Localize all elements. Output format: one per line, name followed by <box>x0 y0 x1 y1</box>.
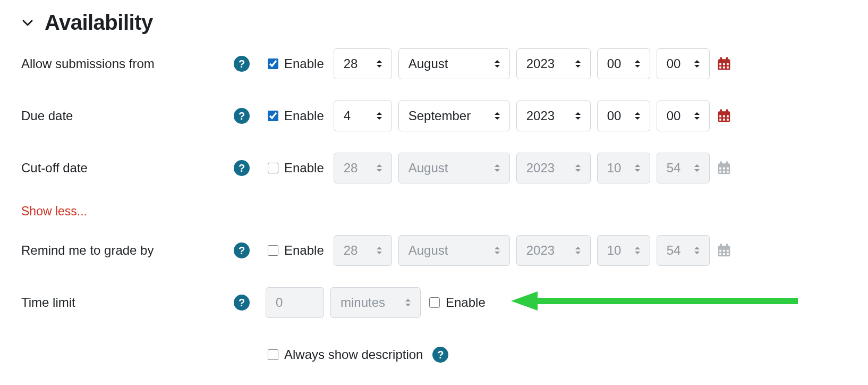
svg-rect-23 <box>723 168 725 170</box>
enable-checkbox-allow[interactable] <box>268 58 278 69</box>
sort-caret-icon <box>635 60 640 68</box>
select-hour-due[interactable]: 00 <box>597 101 650 131</box>
svg-rect-36 <box>727 253 729 255</box>
sort-caret-icon <box>495 246 500 255</box>
select-minute-cutoff: 54 <box>657 153 710 183</box>
help-icon[interactable]: ? <box>432 347 448 363</box>
svg-rect-6 <box>727 63 729 65</box>
row-always-show-description: Always show description ? <box>21 339 847 371</box>
label-allow-submissions: Allow submissions from <box>21 56 155 71</box>
sort-caret-icon <box>377 60 382 68</box>
help-icon[interactable]: ? <box>234 242 250 258</box>
select-month-allow[interactable]: August <box>398 48 510 79</box>
select-value: August <box>409 243 448 258</box>
select-value: 54 <box>667 161 681 175</box>
select-minute-remind: 54 <box>657 235 710 266</box>
svg-rect-34 <box>719 253 721 255</box>
timelimit-value-input: 0 <box>266 287 324 318</box>
select-value: 00 <box>607 56 622 71</box>
help-icon[interactable]: ? <box>234 295 250 311</box>
svg-rect-33 <box>727 250 729 252</box>
svg-rect-22 <box>719 168 721 170</box>
svg-rect-11 <box>720 110 722 113</box>
select-month-due[interactable]: September <box>398 101 510 131</box>
calendar-icon <box>716 160 732 176</box>
svg-rect-24 <box>727 168 729 170</box>
section-title: Availability <box>45 11 153 35</box>
select-value: 00 <box>667 56 681 71</box>
select-value: 00 <box>607 108 622 123</box>
select-hour-allow[interactable]: 00 <box>597 48 650 79</box>
label-remind-grade: Remind me to grade by <box>21 243 154 258</box>
label-due-date: Due date <box>21 108 73 123</box>
select-value: minutes <box>341 295 385 310</box>
select-day-due[interactable]: 4 <box>334 101 392 131</box>
svg-rect-8 <box>723 66 725 69</box>
row-allow-submissions: Allow submissions from ? Enable 28 Augus… <box>21 48 847 80</box>
sort-caret-icon <box>575 60 581 68</box>
svg-rect-20 <box>720 162 722 165</box>
section-header[interactable]: Availability <box>21 11 847 35</box>
svg-rect-18 <box>727 119 729 121</box>
calendar-icon[interactable] <box>716 108 732 124</box>
svg-rect-2 <box>720 57 722 61</box>
sort-caret-icon <box>495 60 500 68</box>
select-day-cutoff: 28 <box>334 153 392 183</box>
select-value: 28 <box>344 243 358 258</box>
always-show-description-checkbox[interactable] <box>268 349 278 360</box>
annotation-arrow-icon <box>511 290 798 315</box>
chevron-down-icon <box>21 16 34 29</box>
svg-rect-17 <box>723 119 725 121</box>
help-icon[interactable]: ? <box>234 56 250 72</box>
svg-rect-30 <box>726 244 728 247</box>
enable-checkbox-timelimit[interactable] <box>429 297 440 308</box>
svg-rect-13 <box>719 115 721 118</box>
svg-marker-38 <box>511 291 538 311</box>
select-value: 2023 <box>526 108 555 123</box>
select-value: 28 <box>344 161 358 175</box>
label-cutoff-date: Cut-off date <box>21 161 88 175</box>
select-value: 54 <box>667 243 681 258</box>
svg-rect-16 <box>719 119 721 121</box>
select-year-allow[interactable]: 2023 <box>516 48 591 79</box>
sort-caret-icon <box>694 246 700 255</box>
sort-caret-icon <box>377 164 382 172</box>
svg-rect-1 <box>718 62 730 70</box>
select-value: 00 <box>667 108 681 123</box>
always-show-description-label: Always show description <box>284 347 423 362</box>
svg-rect-25 <box>719 171 721 173</box>
select-value: August <box>409 161 448 175</box>
select-value: 4 <box>344 108 351 123</box>
timelimit-unit-select: minutes <box>330 287 421 318</box>
show-less-link[interactable]: Show less... <box>21 204 87 218</box>
svg-rect-12 <box>726 110 728 113</box>
sort-caret-icon <box>377 246 382 255</box>
enable-label: Enable <box>284 56 324 71</box>
select-year-due[interactable]: 2023 <box>516 101 591 131</box>
select-year-cutoff: 2023 <box>516 153 591 183</box>
svg-rect-27 <box>727 171 729 173</box>
svg-rect-29 <box>720 244 722 247</box>
select-value: 2023 <box>526 161 555 175</box>
svg-rect-21 <box>726 162 728 165</box>
svg-rect-14 <box>723 115 725 118</box>
select-value: 10 <box>607 243 622 258</box>
select-value: 2023 <box>526 243 555 258</box>
svg-rect-32 <box>723 250 725 252</box>
help-icon[interactable]: ? <box>234 160 250 176</box>
enable-checkbox-remind[interactable] <box>268 245 278 256</box>
enable-checkbox-due[interactable] <box>268 111 278 121</box>
svg-rect-4 <box>719 63 721 65</box>
sort-caret-icon <box>377 112 382 120</box>
sort-caret-icon <box>495 164 500 172</box>
select-minute-due[interactable]: 00 <box>657 101 710 131</box>
select-day-allow[interactable]: 28 <box>334 48 392 79</box>
select-minute-allow[interactable]: 00 <box>657 48 710 79</box>
svg-rect-35 <box>723 253 725 255</box>
enable-checkbox-cutoff[interactable] <box>268 163 278 173</box>
help-icon[interactable]: ? <box>234 108 250 124</box>
svg-rect-5 <box>723 63 725 65</box>
svg-rect-7 <box>719 66 721 69</box>
select-value: August <box>409 56 448 71</box>
calendar-icon[interactable] <box>716 56 732 72</box>
